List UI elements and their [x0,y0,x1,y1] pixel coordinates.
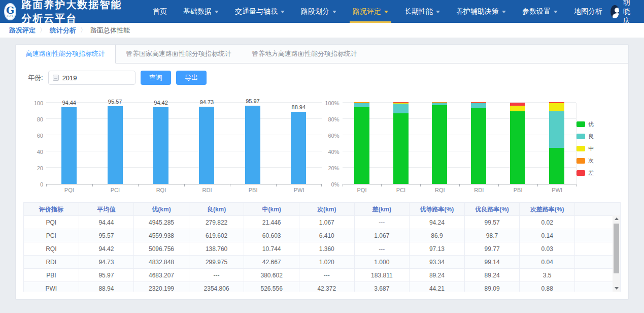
table-cell: 0.02 [520,216,575,229]
nav-item-5[interactable]: 路况评定 [345,0,396,23]
table-cell: PCI [24,229,79,242]
x-axis-label: RQI [420,184,459,195]
table-cell: 93.34 [410,256,465,269]
table-cell: 299.975 [189,256,244,269]
nav-item-3[interactable]: 交通量与轴载 [227,0,293,23]
stack-segment-良 [471,103,486,108]
table-row-RDI[interactable]: RDI94.734832.848299.97542.6671.0201.0009… [24,256,621,269]
table-cell: 89.09 [464,282,520,292]
table-cell: 183.811 [354,269,410,282]
page-body: 高速路面性能分项指标统计 管养国家高速路面性能分项指标统计 管养地方高速路面性能… [0,38,644,300]
table-cell: --- [354,216,410,229]
nav-item-label: 交通量与轴载 [235,7,278,16]
legend-item-中[interactable]: 中 [577,145,618,152]
legend-item-良[interactable]: 良 [577,133,618,140]
breadcrumb-link-2[interactable]: 统计分析 [50,26,76,35]
tab-national-expressway-stats[interactable]: 管养国家高速路面性能分项指标统计 [116,45,242,63]
table-cell: 138.760 [189,242,244,256]
bar-value-label: 94.73 [184,99,229,105]
bar [291,112,306,184]
table-cell: 2320.199 [134,282,189,292]
stack-segment-次 [432,102,447,103]
nav-item-2[interactable]: 基础数据 [175,0,227,23]
stack-segment-优 [471,108,486,184]
year-input[interactable] [62,74,123,82]
table-cell: 94.42 [79,242,134,256]
table-row-PBI[interactable]: PBI95.974683.207---380.602---183.81189.2… [24,269,621,282]
legend-color-chip [577,121,585,127]
user-avatar-icon[interactable] [611,5,619,18]
table-cell: 42.372 [299,282,354,292]
nav-item-6[interactable]: 长期性能 [396,0,448,23]
table-cell: 89.24 [410,269,465,282]
table-cell: RDI [24,256,79,269]
column-header: 次差路率(%) [520,203,575,216]
bar-value-label: 88.94 [276,104,321,110]
tab-local-expressway-stats[interactable]: 管养地方高速路面性能分项指标统计 [242,45,367,63]
column-header: 平均值 [79,203,134,216]
legend-item-优[interactable]: 优 [577,120,618,128]
y-axis-tick: 0% [331,181,340,187]
table-cell: 98.7 [464,229,520,242]
year-picker[interactable] [48,71,135,85]
export-button[interactable]: 导出 [176,71,207,85]
stack-segment-中 [510,106,525,112]
table-row-PWI[interactable]: PWI88.942320.1992354.806526.55642.3723.6… [24,282,621,292]
table-cell: 88.94 [79,282,134,292]
nav-item-8[interactable]: 参数设置 [514,0,566,23]
table-row-RQI[interactable]: RQI94.425096.756138.76010.7441.360---97.… [24,242,621,256]
table-cell: 3.5 [520,269,575,282]
column-header: 中(km) [244,203,299,216]
table-cell: 1.360 [299,242,354,256]
table-cell: 42.667 [244,256,299,269]
x-axis-label: RQI [138,184,184,195]
bar [61,107,77,184]
column-header-filler [575,203,621,216]
bar-value-label: 94.44 [46,100,92,106]
table-row-PCI[interactable]: PCI95.574559.938619.60260.6036.4101.0678… [24,229,621,242]
table-cell: 2354.806 [189,282,244,292]
stack-segment-次 [549,103,564,103]
table-cell: 94.24 [410,216,465,229]
nav-item-4[interactable]: 路段划分 [293,0,345,23]
column-header: 优等路率(%) [410,203,465,216]
y-axis-tick: 80 [37,116,43,122]
scrollbar-thumb[interactable] [614,224,619,273]
chevron-down-icon [384,11,388,13]
scroll-up-arrow-icon[interactable] [613,215,620,222]
nav-item-7[interactable]: 养护辅助决策 [448,0,514,23]
stack-segment-良 [432,103,447,105]
x-axis-label: PCI [92,184,139,195]
table-cell: 94.73 [79,256,134,269]
legend-item-差[interactable]: 差 [577,169,618,177]
column-header: 优良路率(%) [464,203,520,216]
y-axis-tick: 20 [37,165,43,171]
table-cell: 6.410 [299,229,354,242]
user-name: 胡晓庆 [623,0,637,25]
logo-letter: G [6,6,14,15]
logo-icon[interactable]: G QLTD [4,3,16,20]
scroll-down-arrow-icon[interactable] [613,285,620,292]
breadcrumb: 路况评定 〉 统计分析 〉 路面总体性能 [0,23,644,38]
nav-item-1[interactable]: 首页 [145,0,175,23]
nav-item-9[interactable]: 地图分析 [566,0,611,23]
table-cell: 97.13 [410,242,465,256]
y-axis-tick: 40% [328,149,339,155]
breadcrumb-link-1[interactable]: 路况评定 [9,26,36,35]
legend-color-chip [577,158,585,164]
column-header: 差(km) [354,203,410,216]
x-axis-label: PBI [498,184,537,195]
x-axis-label: PCI [381,184,420,195]
stack-segment-次 [354,102,369,103]
chevron-down-icon [554,11,558,13]
y-axis-tick: 0 [40,181,43,187]
table-scrollbar[interactable] [613,215,620,292]
x-axis-label: PQI [343,184,382,195]
user-menu[interactable]: 胡晓庆 [611,0,637,25]
legend-color-chip [577,134,585,139]
table-row-PQI[interactable]: PQI94.444945.285279.82221.4461.067---94.… [24,216,621,229]
legend-item-次[interactable]: 次 [577,157,618,165]
tab-expressway-stats[interactable]: 高速路面性能分项指标统计 [16,45,116,64]
query-button[interactable]: 查询 [141,71,171,85]
bar-value-label: 95.57 [92,99,138,105]
